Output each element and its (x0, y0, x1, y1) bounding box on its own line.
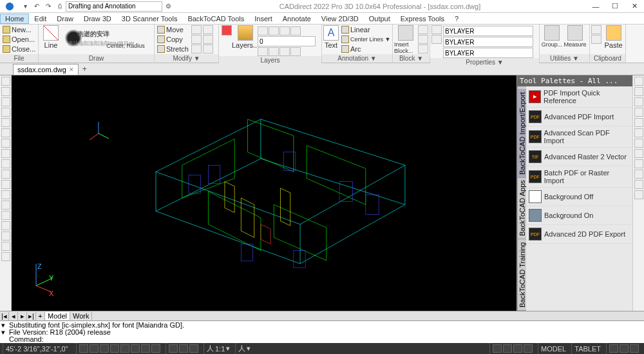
linetype-selector[interactable] (443, 48, 533, 58)
paste-button[interactable]: Paste (603, 25, 624, 49)
osnap-icon[interactable] (120, 344, 129, 353)
gear-icon[interactable]: ⚙ (164, 2, 173, 11)
vtool-icon[interactable] (1, 190, 10, 199)
array-icon[interactable] (203, 44, 213, 54)
vtool-icon[interactable] (1, 252, 10, 261)
vtool-icon[interactable] (1, 149, 10, 158)
vtool-icon[interactable] (634, 77, 643, 86)
palette-item[interactable]: PDFAdvanced 2D PDF Export (526, 225, 632, 244)
vtool-icon[interactable] (1, 139, 10, 148)
layer-state-icon[interactable] (290, 47, 301, 56)
palette-item[interactable]: ▶PDF Import Quick Reference (526, 86, 632, 108)
minimize-button[interactable]: — (586, 0, 605, 13)
menu-draw3d[interactable]: Draw 3D (79, 14, 117, 24)
maximize-button[interactable]: ☐ (605, 0, 625, 13)
model-tab[interactable]: Model (45, 312, 70, 320)
circle-button[interactable]: Center, Radius (103, 43, 148, 49)
close-file-button[interactable]: Close... (1, 44, 37, 54)
work-tab[interactable]: Work (70, 312, 92, 320)
vtool-icon[interactable] (1, 170, 10, 179)
layer-freeze-icon[interactable] (258, 26, 268, 35)
status-icon[interactable] (524, 344, 533, 353)
vtool-icon[interactable] (1, 77, 10, 86)
polar-icon[interactable] (110, 344, 119, 353)
recent-icon[interactable]: ▾ (21, 2, 30, 11)
vtool-icon[interactable] (634, 128, 643, 137)
palette-item[interactable]: TIFAdvanced Raster 2 Vector (526, 148, 632, 166)
match-prop-icon[interactable] (431, 25, 442, 34)
status-icon[interactable] (609, 344, 618, 353)
trim-icon[interactable] (203, 25, 213, 34)
vtool-icon[interactable] (1, 87, 10, 96)
menu-draw[interactable]: Draw (52, 14, 79, 24)
vtool-icon[interactable] (1, 180, 10, 189)
lwt-icon[interactable] (141, 344, 150, 353)
status-icon[interactable] (493, 344, 502, 353)
arc-dim-button[interactable]: Arc (340, 44, 392, 54)
new-button[interactable]: New... (1, 25, 37, 34)
scale-readout[interactable]: 1:1 (215, 345, 225, 353)
layer-selector[interactable] (258, 36, 316, 46)
vtool-icon[interactable] (634, 97, 643, 106)
command-window[interactable]: ▾▾ Substituting font [ic-simplex.shx] fo… (0, 320, 644, 343)
palette-item[interactable]: Background On (526, 206, 632, 225)
status-icon[interactable] (169, 344, 178, 353)
menu-backtocad[interactable]: BackToCAD Tools (182, 14, 249, 24)
insert-block-button[interactable]: Insert Block... (394, 25, 417, 54)
copy-button[interactable]: Copy (156, 35, 190, 44)
menu-output[interactable]: Output (364, 14, 395, 24)
tab-next-icon[interactable]: ▸ (18, 312, 27, 320)
menu-home[interactable]: Home (0, 14, 29, 24)
block-attr-icon[interactable] (418, 44, 428, 54)
move-button[interactable]: Move (156, 25, 190, 34)
vtool-icon[interactable] (634, 87, 643, 96)
dyn-icon[interactable] (151, 344, 160, 353)
vtool-icon[interactable] (1, 242, 10, 251)
vtool-icon[interactable] (1, 201, 10, 210)
text-button[interactable]: AText (323, 25, 339, 49)
grid-icon[interactable] (90, 344, 99, 353)
vtool-icon[interactable] (634, 170, 643, 179)
undo-icon[interactable]: ↶ (32, 2, 41, 11)
menu-help[interactable]: ? (450, 14, 464, 24)
menu-insert[interactable]: Insert (249, 14, 278, 24)
status-icon[interactable] (189, 344, 198, 353)
new-tab-button[interactable]: + (79, 63, 91, 75)
layer-iso-icon[interactable] (258, 47, 268, 56)
status-icon[interactable] (513, 344, 522, 353)
scale-icon[interactable] (191, 44, 202, 54)
snap-icon[interactable] (79, 344, 88, 353)
vtool-icon[interactable] (1, 118, 10, 127)
vtool-icon[interactable] (1, 211, 10, 220)
drawing-canvas[interactable]: ZYX (12, 75, 516, 311)
status-icon[interactable] (179, 344, 188, 353)
palette-tab[interactable]: BackToCAD Training (518, 240, 526, 311)
tab-first-icon[interactable]: |◂ (0, 312, 9, 320)
vtool-icon[interactable] (634, 118, 643, 127)
vtool-icon[interactable] (634, 139, 643, 148)
menu-annotate[interactable]: Annotate (278, 14, 316, 24)
palette-tabs[interactable]: BackToCAD Training BackToCAD Apps BackTo… (517, 86, 526, 311)
measure-button[interactable]: Measure (564, 25, 586, 48)
app-logo[interactable] (3, 1, 17, 12)
prop-list-icon[interactable] (431, 35, 442, 44)
palette-item[interactable]: PDFBatch PDF or Raster Import (526, 166, 632, 188)
palette-item[interactable]: PDFAdvanced Scan PDF Import (526, 126, 632, 148)
menu-edit[interactable]: Edit (29, 14, 52, 24)
layers-button[interactable]: Layers... (234, 25, 256, 49)
centerlines-button[interactable]: Center Lines ▼ (340, 35, 392, 44)
status-icon[interactable] (503, 344, 512, 353)
rotate-icon[interactable] (191, 25, 202, 34)
palette-tab[interactable]: BackToCAD Import/Export (518, 89, 526, 177)
layer-lock-icon[interactable] (269, 26, 279, 35)
block-edit-icon[interactable] (418, 25, 428, 34)
fillet-icon[interactable] (203, 35, 213, 44)
mirror-icon[interactable] (191, 35, 202, 44)
menu-3dscanner[interactable]: 3D Scanner Tools (117, 14, 183, 24)
ortho-icon[interactable] (100, 344, 109, 353)
layer-off-icon[interactable] (279, 26, 290, 35)
document-tab[interactable]: ssdax.com.dwg✕ (13, 64, 79, 75)
tab-prev-icon[interactable]: ◂ (9, 312, 18, 320)
vtool-icon[interactable] (634, 180, 643, 189)
cut-icon[interactable] (591, 25, 601, 34)
